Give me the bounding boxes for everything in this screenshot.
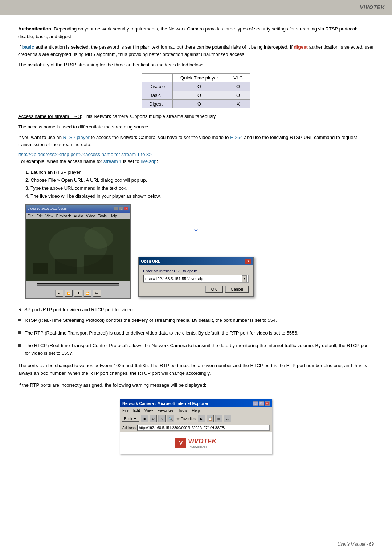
dialog-url-input[interactable]: rtsp://192.168.5.151:554/live.sdp ▼	[143, 275, 249, 283]
vlc-menubar: File Edit View Playback Audio Video Tool…	[26, 213, 130, 219]
rtsp-ports-text2: If the RTP ports are incorrectly assigne…	[18, 382, 374, 389]
list-item: 3. Type the above URL command in the tex…	[25, 184, 374, 192]
ie-content: V VIVOTEK IP Surveillance	[120, 432, 272, 454]
dialog-buttons: OK Cancel	[143, 286, 249, 293]
auth-row-digest-qt: O	[173, 99, 226, 108]
open-url-dialog: Open URL × Enter an Internet URL to open…	[138, 257, 254, 297]
ie-screenshot: Network Camera - Microsoft Internet Expl…	[120, 399, 272, 454]
dialog-cancel-button[interactable]: Cancel	[225, 286, 249, 293]
auth-row-digest-vlc: X	[226, 99, 250, 108]
rtsp-section: RTSP port /RTP port for video and RTCP p…	[18, 306, 374, 459]
rtsp-bullet-3: The RTCP (Real-time Transport Control Pr…	[25, 342, 374, 357]
auth-table-header-empty	[142, 73, 173, 82]
auth-paragraph-1: Authentication: Depending on your networ…	[18, 25, 374, 41]
vlc-menu-edit[interactable]: Edit	[36, 214, 42, 218]
stream1-link[interactable]: stream 1	[103, 159, 122, 164]
ie-back-button[interactable]: Back ▼	[122, 416, 139, 422]
dropdown-icon[interactable]: ▼	[242, 275, 247, 282]
access-paragraph-3: If you want to use an RTSP player to acc…	[18, 134, 374, 149]
main-content: Authentication: Depending on your networ…	[0, 15, 392, 554]
page-footer: User's Manual - 69	[338, 542, 374, 547]
ie-maximize-icon[interactable]: □	[259, 401, 264, 406]
vlc-back-button[interactable]: ⏪	[65, 290, 73, 297]
rtsp-url-template: rtsp://<ip address>:<rtsp port>/<access …	[18, 152, 374, 157]
ie-screenshot-wrapper: Network Camera - Microsoft Internet Expl…	[18, 394, 374, 460]
auth-row-basic-vlc: O	[226, 91, 250, 99]
ie-print-icon[interactable]: 🖨	[224, 415, 231, 422]
ie-menu-help[interactable]: Help	[192, 408, 200, 413]
list-item: The RTCP (Real-time Transport Control Pr…	[18, 342, 374, 357]
auth-text2-mid: authentication is selected, the password…	[34, 44, 294, 50]
vlc-menu-video[interactable]: Video	[86, 214, 95, 218]
ie-media-icon[interactable]: ▶	[198, 415, 205, 422]
list-item: The RTP (Real-time Transport Protocol) i…	[18, 329, 374, 337]
ie-favorites-label[interactable]: ☆ Favorites	[176, 417, 196, 421]
ie-menu-file[interactable]: File	[122, 408, 129, 413]
ie-menu-tools[interactable]: Tools	[178, 408, 188, 413]
dialog-titlebar: Open URL ×	[139, 257, 253, 265]
vivotek-logo-text: VIVOTEK IP Surveillance	[188, 438, 216, 448]
bullet-icon	[18, 331, 21, 334]
screenshot-area: Video 10:30:01 2013/02/25 _ □ × File Edi…	[25, 204, 374, 299]
list-item: 2. Choose File > Open URL. A URL dialog …	[25, 176, 374, 184]
ie-titlebar-icons: _ □ ×	[253, 401, 270, 406]
rtsp-bullet-1: RTSP (Real-Time Streaming Protocol) cont…	[25, 317, 277, 324]
ie-toolbar: Back ▼ ■ ↻ ⌂ 🔍 ☆ Favorites ▶ 📋 ✉ 🖨	[120, 414, 272, 424]
list-item: 1. Launch an RTSP player.	[25, 168, 374, 176]
auth-row-basic-qt: O	[173, 91, 226, 99]
dialog-url-text: rtsp://192.168.5.151:554/live.sdp	[145, 276, 203, 281]
live-sdp-link[interactable]: live.sdp	[140, 159, 156, 164]
ie-menu-favorites[interactable]: Favorites	[157, 408, 173, 413]
ie-history-icon[interactable]: 📋	[207, 415, 214, 422]
bullet-icon	[18, 344, 21, 347]
ie-stop-icon[interactable]: ■	[141, 415, 148, 422]
vlc-minimize-icon[interactable]: _	[114, 207, 118, 210]
auth-row-disable-label: Disable	[142, 82, 173, 91]
ie-menu-view[interactable]: View	[144, 408, 153, 413]
vlc-maximize-icon[interactable]: □	[119, 207, 123, 210]
vlc-menu-file[interactable]: File	[28, 214, 33, 218]
access-text3-prefix: If you want to use an	[18, 135, 63, 140]
vlc-menu-help[interactable]: Help	[110, 214, 117, 218]
access-paragraph-4: For example, when the access name for st…	[18, 158, 374, 165]
auth-table-header-vlc: VLC	[226, 73, 250, 82]
vlc-menu-tools[interactable]: Tools	[98, 214, 106, 218]
vlc-close-icon[interactable]: ×	[124, 207, 128, 210]
auth-row-digest-label: Digest	[142, 99, 173, 108]
vlc-prev-button[interactable]: ⏮	[55, 290, 63, 297]
ie-address-input[interactable]: http://192.168.5.151:2300/0002b22022a07f…	[137, 425, 270, 431]
ie-home-icon[interactable]: ⌂	[158, 415, 166, 422]
vlc-play-button[interactable]: ⏸	[74, 290, 82, 297]
h264-link[interactable]: H.264	[230, 135, 243, 140]
access-text4-prefix: For example, when the access name for	[18, 159, 103, 164]
ie-search-icon[interactable]: 🔍	[167, 415, 174, 422]
vlc-next-button[interactable]: ⏭	[93, 290, 101, 297]
rtsp-player-link[interactable]: RTSP player	[63, 135, 90, 140]
access-paragraph-1: Access name for stream 1 ~ 3: This Netwo…	[18, 113, 374, 120]
table-row: Basic O O	[142, 91, 250, 99]
ie-titlebar: Network Camera - Microsoft Internet Expl…	[120, 399, 272, 407]
ie-refresh-icon[interactable]: ↻	[150, 415, 157, 422]
dialog-ok-button[interactable]: OK	[205, 286, 223, 293]
vivotek-brand: VIVOTEK	[360, 4, 385, 10]
ie-close-icon[interactable]: ×	[265, 401, 270, 406]
auth-row-basic-label: Basic	[142, 91, 173, 99]
ie-menu-edit[interactable]: Edit	[133, 408, 140, 413]
access-text4-mid: is set to	[122, 159, 140, 164]
vlc-statusbar	[26, 281, 130, 288]
rtsp-title-text: RTSP port /RTP port for video and RTCP p…	[18, 307, 133, 312]
vlc-video-svg	[26, 219, 130, 281]
ie-mail-icon[interactable]: ✉	[215, 415, 222, 422]
vlc-fwd-button[interactable]: ⏩	[83, 290, 91, 297]
rtsp-ports-text1: The ports can be changed to values betwe…	[18, 362, 374, 377]
auth-row-disable-qt: O	[173, 82, 226, 91]
vlc-progress-bar[interactable]	[37, 283, 120, 286]
list-item: RTSP (Real-Time Streaming Protocol) cont…	[18, 317, 374, 324]
ie-minimize-icon[interactable]: _	[253, 401, 258, 406]
vlc-menu-view[interactable]: View	[45, 214, 53, 218]
dialog-close-button[interactable]: ×	[245, 259, 251, 264]
auth-title: Authentication	[18, 26, 51, 32]
vlc-video-area: Video 10:30:01 2013/02/25	[26, 219, 130, 281]
vlc-menu-playback[interactable]: Playback	[56, 214, 71, 218]
vlc-menu-audio[interactable]: Audio	[74, 214, 83, 218]
